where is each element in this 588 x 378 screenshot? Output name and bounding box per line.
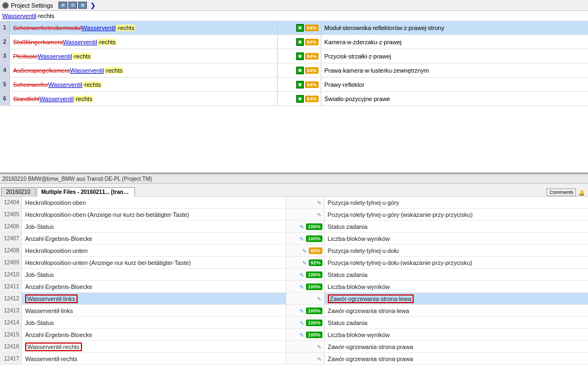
pct-badge: 100% <box>306 332 322 338</box>
translation-target: Status·zadania <box>325 221 589 232</box>
comments-icon[interactable]: 🔔 <box>578 190 585 196</box>
pct-badge: 100% <box>306 235 322 242</box>
concordance-row[interactable]: 6StandlichtWasserventil·rechts▣64%Światł… <box>0 92 588 106</box>
toolbar: Project Settings ⊞ ⊟ ⊠ ❯ <box>0 0 588 11</box>
translation-source: Anzahl·Ergebnis-Bloecke <box>22 233 286 244</box>
row-number: 5 <box>0 78 10 91</box>
translation-row[interactable]: 12409Heckrolloposition·unten·(Anzeige·nu… <box>0 257 588 269</box>
edit-icon: ✎ <box>317 212 322 217</box>
translation-mid: ✎100% <box>286 317 325 328</box>
translation-row[interactable]: 12411Anzahl·Ergebnis-Bloecke✎100%Liczba·… <box>0 281 588 293</box>
toolbar-icons: ⊞ ⊟ ⊠ <box>58 2 87 9</box>
toolbar-icon-1[interactable]: ⊞ <box>58 2 67 9</box>
translation-mid: ✎100% <box>286 281 325 292</box>
concordance-source: ScheinwerfertreibermodulWasserventil·rec… <box>10 21 278 34</box>
highlighted-target: Zawór·ogrzewania·strona·lewa <box>328 294 414 303</box>
pct-badge: 100% <box>306 271 322 278</box>
translation-source: Wasserventil·links <box>22 305 286 316</box>
toolbar-icon-2[interactable]: ⊟ <box>68 2 77 9</box>
row-number: 12406 <box>0 221 22 232</box>
row-number: 4 <box>0 63 10 77</box>
row-number: 12407 <box>0 233 22 244</box>
translation-row[interactable]: 12413Wasserventil·links✎100%Zawór·ogrzew… <box>0 305 588 317</box>
pct-badge: 64% <box>305 53 318 60</box>
edit-icon: ✎ <box>302 248 308 253</box>
concordance-mid: ▣64% <box>278 78 321 91</box>
translation-row[interactable]: 12404Heckrolloposition·oben✎Pozycja·role… <box>0 197 588 209</box>
row-number: 6 <box>0 92 10 105</box>
edit-icon: ✎ <box>299 332 305 338</box>
edit-icon: ✎ <box>299 272 305 277</box>
row-number: 12413 <box>0 305 22 316</box>
translation-target: Zawór·ogrzewania·strona·lewa <box>325 305 589 316</box>
concordance-source: PfeiltasteWasserventil·rechts <box>10 49 278 63</box>
breadcrumb-link[interactable]: Wasserventil <box>2 13 37 19</box>
concordance-target: Kamera·w·zderzaku·z·prawej <box>321 35 589 49</box>
pct-badge: 100% <box>306 320 322 326</box>
pct-badge: 64% <box>305 39 318 45</box>
translation-row[interactable]: 12407Anzahl·Ergebnis-Bloecke✎100%Liczba·… <box>0 233 588 245</box>
translation-row[interactable]: 12406Job-Status✎100%Status·zadania <box>0 221 588 233</box>
translation-source: Wasserventil·rechts <box>22 353 286 364</box>
translation-target: Zawór·ogrzewania·strona·prawa <box>325 353 589 364</box>
translation-mid: ✎100% <box>286 269 325 280</box>
edit-icon: ✎ <box>299 284 305 290</box>
translation-row[interactable]: 12417Wasserventil·rechts✎Zawór·ogrzewani… <box>0 353 588 365</box>
translation-row[interactable]: 12416Wasserventil·rechts✎Zawór·ogrzewani… <box>0 341 588 353</box>
translation-source: Heckrolloposition·oben·(Anzeige·nur·kurz… <box>22 209 286 220</box>
tab-20160210[interactable]: 20160210 <box>1 187 36 196</box>
edit-icon: ✎ <box>317 356 322 362</box>
concordance-row[interactable]: 2StoßfängerkameraWasserventil·rechts▣64%… <box>0 35 588 49</box>
highlighted-source: Wasserventil·rechts <box>25 342 82 351</box>
highlighted-source: Wasserventil·links <box>25 294 78 303</box>
breadcrumb: Wasserventil·rechts <box>0 11 588 21</box>
comments-button[interactable]: Comments <box>546 188 576 196</box>
translation-row[interactable]: 12410Job-Status✎100%Status·zadania <box>0 269 588 281</box>
translation-mid: ✎100% <box>286 233 325 244</box>
translation-source: Job-Status <box>22 221 286 232</box>
tab-row-controls: Comments 🔔 <box>546 188 587 196</box>
pct-badge: 100% <box>306 223 322 230</box>
concordance-row[interactable]: 1ScheinwerfertreibermodulWasserventil·re… <box>0 21 588 35</box>
concordance-target: Prawy·reflektor <box>321 78 589 91</box>
row-number: 12414 <box>0 317 22 328</box>
toolbar-icon-3[interactable]: ⊠ <box>78 2 87 9</box>
segment-icon: ▣ <box>296 81 304 88</box>
translation-row[interactable]: 12414Job-Status✎100%Status·zadania <box>0 317 588 329</box>
translation-row[interactable]: 12415Anzahl·Ergebnis-Bloecke✎100%Liczba·… <box>0 329 588 341</box>
toolbar-arrow[interactable]: ❯ <box>90 2 96 9</box>
row-number: 12411 <box>0 281 22 292</box>
translation-source: Heckrolloposition·unten <box>22 245 286 256</box>
pct-badge: 64% <box>305 96 318 102</box>
row-number: 12408 <box>0 245 22 256</box>
translation-mid: ✎65% <box>286 245 325 256</box>
row-number: 12409 <box>0 257 22 268</box>
row-number: 12415 <box>0 329 22 340</box>
concordance-target: Prawa·kamera·w·lusterku·zewnętrznym <box>321 63 589 77</box>
gear-icon <box>2 2 9 9</box>
translation-mid: ✎100% <box>286 329 325 340</box>
pct-badge: 100% <box>306 284 322 290</box>
translation-mid: ✎100% <box>286 305 325 316</box>
tab-multiplefiles[interactable]: Multiple Files - 20160211... [translatio… <box>37 187 135 197</box>
breadcrumb-text: rechts <box>38 13 55 19</box>
row-number: 12412 <box>0 293 22 304</box>
concordance-row[interactable]: 5ScheinwerferWasserventil·rechts▣64%Praw… <box>0 78 588 92</box>
translation-target: Status·zadania <box>325 269 589 280</box>
concordance-mid: ▣64% <box>278 21 321 34</box>
row-number: 12405 <box>0 209 22 220</box>
concordance-row[interactable]: 3PfeiltasteWasserventil·rechts▣64%Przyci… <box>0 49 588 63</box>
translation-source: Wasserventil·links <box>22 293 286 304</box>
translation-mid: ✎ <box>286 353 325 364</box>
translation-row[interactable]: 12408Heckrolloposition·unten✎65%Pozycja·… <box>0 245 588 257</box>
translation-target: Liczba·bloków·wyników <box>325 329 589 340</box>
edit-icon: ✎ <box>299 236 305 241</box>
translation-row[interactable]: 12412Wasserventil·links✎Zawór·ogrzewania… <box>0 293 588 305</box>
segment-icon: ▣ <box>296 67 304 74</box>
row-number: 3 <box>0 49 10 63</box>
translation-target: Liczba·bloków·wyników <box>325 281 589 292</box>
translation-source: Wasserventil·rechts <box>22 341 286 352</box>
translation-target: Zawór·ogrzewania·strona·prawa <box>325 341 589 352</box>
concordance-row[interactable]: 4AußenspiegelkameraWasserventil·rechts▣6… <box>0 63 588 78</box>
translation-row[interactable]: 12405Heckrolloposition·oben·(Anzeige·nur… <box>0 209 588 221</box>
